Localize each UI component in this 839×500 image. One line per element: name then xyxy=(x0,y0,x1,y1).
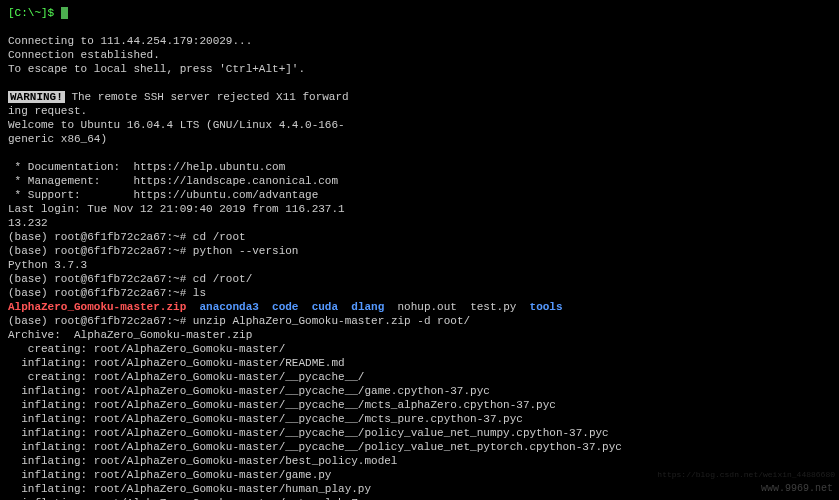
shell-line[interactable]: (base) root@6f1fb72c2a67:~# cd /root xyxy=(8,230,831,244)
doc-link: * Support: https://ubuntu.com/advantage xyxy=(8,188,831,202)
connect-line: Connecting to 111.44.254.179:20029... xyxy=(8,34,831,48)
unzip-output: inflating: root/AlphaZero_Gomoku-master/… xyxy=(8,426,831,440)
warning-text: The remote SSH server rejected X11 forwa… xyxy=(65,91,349,103)
unzip-output: Archive: AlphaZero_Gomoku-master.zip xyxy=(8,328,831,342)
welcome-line: Welcome to Ubuntu 16.04.4 LTS (GNU/Linux… xyxy=(8,118,831,132)
prompt-label: [C:\~]$ xyxy=(8,7,54,19)
unzip-output: creating: root/AlphaZero_Gomoku-master/ xyxy=(8,342,831,356)
shell-line[interactable]: (base) root@6f1fb72c2a67:~# python --ver… xyxy=(8,244,831,258)
welcome-line: generic x86_64) xyxy=(8,132,831,146)
unzip-output: inflating: root/AlphaZero_Gomoku-master/… xyxy=(8,454,831,468)
ls-output: AlphaZero_Gomoku-master.zip anaconda3 co… xyxy=(8,300,831,314)
last-login: 13.232 xyxy=(8,216,831,230)
unzip-output: inflating: root/AlphaZero_Gomoku-master/… xyxy=(8,384,831,398)
terminal[interactable]: [C:\~]$ Connecting to 111.44.254.179:200… xyxy=(8,6,831,494)
command-text: unzip AlphaZero_Gomoku-master.zip -d roo… xyxy=(193,315,470,327)
unzip-output: inflating: root/AlphaZero_Gomoku-master/… xyxy=(8,482,831,496)
connect-line: Connection established. xyxy=(8,48,831,62)
unzip-output: inflating: root/AlphaZero_Gomoku-master/… xyxy=(8,398,831,412)
ps1: (base) root@6f1fb72c2a67:~# xyxy=(8,273,193,285)
ls-item: AlphaZero_Gomoku-master.zip xyxy=(8,301,186,313)
shell-line[interactable]: (base) root@6f1fb72c2a67:~# unzip AlphaZ… xyxy=(8,314,831,328)
output-line: Python 3.7.3 xyxy=(8,258,831,272)
ls-item: nohup.out xyxy=(398,301,457,313)
ls-item: anaconda3 xyxy=(199,301,258,313)
unzip-output: inflating: root/AlphaZero_Gomoku-master/… xyxy=(8,496,831,500)
doc-link: * Management: https://landscape.canonica… xyxy=(8,174,831,188)
command-text: cd /root xyxy=(193,231,246,243)
unzip-output: creating: root/AlphaZero_Gomoku-master/_… xyxy=(8,370,831,384)
blank xyxy=(8,146,831,160)
ls-item: cuda xyxy=(312,301,338,313)
local-prompt: [C:\~]$ xyxy=(8,6,831,20)
ls-item: code xyxy=(272,301,298,313)
last-login: Last login: Tue Nov 12 21:09:40 2019 fro… xyxy=(8,202,831,216)
shell-line[interactable]: (base) root@6f1fb72c2a67:~# ls xyxy=(8,286,831,300)
command-text: cd /root/ xyxy=(193,273,252,285)
warning-line: WARNING! The remote SSH server rejected … xyxy=(8,90,831,104)
ps1: (base) root@6f1fb72c2a67:~# xyxy=(8,315,193,327)
unzip-output: inflating: root/AlphaZero_Gomoku-master/… xyxy=(8,440,831,454)
ps1: (base) root@6f1fb72c2a67:~# xyxy=(8,231,193,243)
ls-item: test.py xyxy=(470,301,516,313)
warning-badge: WARNING! xyxy=(8,91,65,103)
command-text: python --version xyxy=(193,245,299,257)
blank xyxy=(8,76,831,90)
doc-link: * Documentation: https://help.ubuntu.com xyxy=(8,160,831,174)
ps1: (base) root@6f1fb72c2a67:~# xyxy=(8,287,193,299)
warning-line: ing request. xyxy=(8,104,831,118)
ls-item: tools xyxy=(530,301,563,313)
command-text: ls xyxy=(193,287,206,299)
blank xyxy=(8,20,831,34)
connect-line: To escape to local shell, press 'Ctrl+Al… xyxy=(8,62,831,76)
cursor-icon xyxy=(61,7,68,19)
shell-line[interactable]: (base) root@6f1fb72c2a67:~# cd /root/ xyxy=(8,272,831,286)
ps1: (base) root@6f1fb72c2a67:~# xyxy=(8,245,193,257)
unzip-output: inflating: root/AlphaZero_Gomoku-master/… xyxy=(8,412,831,426)
unzip-output: inflating: root/AlphaZero_Gomoku-master/… xyxy=(8,468,831,482)
ls-item: dlang xyxy=(351,301,384,313)
unzip-output: inflating: root/AlphaZero_Gomoku-master/… xyxy=(8,356,831,370)
